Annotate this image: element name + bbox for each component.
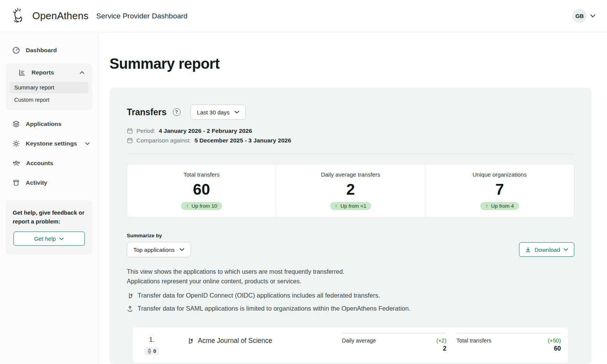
period-row: Period: 4 January 2026 - 2 February 2026: [127, 127, 574, 134]
reports-icon: [18, 69, 26, 76]
sidebar-item-label: Applications: [26, 121, 61, 127]
stat-card-total-transfers: Total transfers 60 ↑ Up from 10: [127, 164, 276, 217]
metric-total-transfers: Total transfers (+50) 60: [456, 333, 561, 352]
gear-icon: [12, 140, 20, 147]
oidc-note: Transfer data for OpenID Connect (OIDC) …: [127, 292, 574, 299]
comparison-value: 5 December 2025 - 3 January 2026: [194, 137, 291, 144]
saml-upload-icon: [127, 305, 133, 312]
view-description-line2: Applications represent your online conte…: [127, 277, 574, 286]
comparison-row: Comparison against: 5 December 2025 - 3 …: [127, 137, 574, 144]
comparison-label: Comparison against:: [136, 137, 191, 144]
calendar-icon: [127, 137, 133, 144]
stat-trend-badge: ↑ Up from 4: [480, 202, 519, 210]
stat-value: 2: [346, 182, 355, 197]
top-header: OpenAthens Service Provider Dashboard GB: [0, 0, 607, 32]
applications-icon: [12, 120, 20, 128]
sidebar-item-label: Dashboard: [26, 47, 57, 54]
chevron-down-icon: [564, 248, 568, 251]
rank-change-icon: [148, 349, 151, 354]
application-row[interactable]: 1. 0 Acme Journal of Science Daily avera: [133, 328, 568, 363]
download-icon: [525, 247, 531, 253]
sidebar-item-label: Accounts: [26, 160, 53, 167]
rank-number: 1.: [149, 336, 154, 344]
rank-change-badge: 0: [144, 347, 159, 355]
help-circle-icon[interactable]: ?: [173, 108, 181, 116]
stat-label: Unique organizations: [473, 171, 527, 178]
oidc-icon: [187, 337, 194, 344]
sidebar-item-label: Activity: [26, 179, 47, 186]
download-label: Download: [534, 247, 560, 253]
saml-note-text: Transfer data for SAML applications is l…: [138, 305, 410, 312]
page-title: Summary report: [109, 56, 607, 72]
sidebar: Dashboard Reports Summary report Custom …: [0, 33, 99, 364]
metric-delta: (+2): [436, 338, 446, 344]
date-range-value: Last 30 days: [197, 109, 230, 116]
metric-daily-average: Daily average (+2) 2: [342, 333, 446, 352]
user-avatar[interactable]: GB: [572, 9, 587, 23]
archive-box-icon: [12, 179, 20, 187]
chevron-up-icon: [80, 71, 85, 74]
stat-card-daily-average: Daily average transfers 2 ↑ Up from <1: [276, 164, 425, 217]
stat-card-unique-organizations: Unique organizations 7 ↑ Up from 4: [425, 164, 574, 217]
period-label: Period:: [136, 127, 155, 134]
up-arrow-icon: ↑: [186, 203, 189, 209]
help-text: Get help, give feedback or report a prob…: [13, 208, 85, 226]
rank-change-value: 0: [153, 348, 156, 354]
people-icon: [12, 159, 20, 167]
stat-trend-badge: ↑ Up from 10: [181, 202, 222, 210]
up-arrow-icon: ↑: [485, 203, 488, 209]
stat-trend-text: Up from <1: [340, 203, 366, 209]
app-title: Service Provider Dashboard: [96, 12, 188, 20]
stat-trend-badge: ↑ Up from <1: [330, 202, 371, 210]
stats-cards: Total transfers 60 ↑ Up from 10 Daily av…: [127, 164, 574, 217]
summarize-by-label: Summarize by: [127, 233, 574, 238]
period-value: 4 January 2026 - 2 February 2026: [159, 127, 252, 134]
stat-label: Total transfers: [183, 171, 219, 178]
chevron-down-icon: [59, 237, 64, 240]
sidebar-item-label: Keystone settings: [26, 140, 77, 147]
sidebar-group-reports: Reports Summary report Custom report: [6, 63, 92, 110]
metric-value: 60: [456, 345, 561, 352]
calendar-icon: [127, 128, 133, 134]
sidebar-item-summary-report[interactable]: Summary report: [10, 82, 88, 93]
openathens-brand[interactable]: OpenAthens: [12, 8, 89, 25]
sidebar-item-activity[interactable]: Activity: [0, 174, 98, 191]
stat-value: 60: [193, 182, 210, 197]
sidebar-item-label: Reports: [32, 69, 54, 76]
oidc-note-text: Transfer data for OpenID Connect (OIDC) …: [138, 292, 380, 299]
summarize-by-select[interactable]: Top applications: [127, 242, 191, 257]
help-box: Get help, give feedback or report a prob…: [6, 200, 92, 254]
get-help-button[interactable]: Get help: [13, 232, 85, 246]
user-menu-chevron-icon[interactable]: [590, 14, 595, 18]
sidebar-item-dashboard[interactable]: Dashboard: [0, 42, 98, 59]
sidebar-item-applications[interactable]: Applications: [0, 116, 98, 132]
chevron-down-icon: [179, 248, 184, 251]
metric-label: Daily average: [342, 338, 376, 344]
dashboard-icon: [12, 46, 20, 54]
sidebar-item-custom-report[interactable]: Custom report: [10, 94, 88, 106]
saml-note: Transfer data for SAML applications is l…: [127, 305, 574, 312]
oidc-icon: [127, 292, 133, 299]
stat-value: 7: [495, 182, 504, 197]
sidebar-item-reports[interactable]: Reports: [7, 64, 91, 81]
chevron-down-icon: [234, 111, 239, 114]
stat-trend-text: Up from 10: [191, 203, 217, 209]
chevron-down-icon: [85, 142, 90, 145]
openathens-logo-icon: [12, 8, 28, 25]
get-help-label: Get help: [34, 235, 56, 242]
up-arrow-icon: ↑: [335, 203, 338, 209]
brand-wordmark: OpenAthens: [32, 10, 89, 22]
stat-trend-text: Up from 4: [491, 203, 514, 209]
sidebar-item-accounts[interactable]: Accounts: [0, 155, 98, 172]
summarize-by-value: Top applications: [133, 247, 175, 253]
stat-label: Daily average transfers: [321, 171, 380, 178]
metric-value: 2: [342, 345, 446, 352]
application-name: Acme Journal of Science: [198, 337, 272, 345]
download-button[interactable]: Download: [519, 242, 574, 257]
divider: [127, 154, 574, 154]
sidebar-item-keystone-settings[interactable]: Keystone settings: [0, 135, 98, 152]
date-range-select[interactable]: Last 30 days: [191, 104, 246, 120]
view-description-line1: This view shows the applications to whic…: [127, 267, 574, 277]
transfers-heading: Transfers: [127, 107, 167, 117]
transfers-panel: Transfers ? Last 30 days Period: 4 Janua…: [109, 88, 592, 364]
